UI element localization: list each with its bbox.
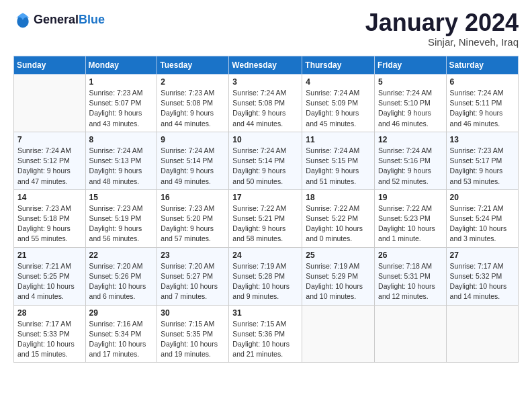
day-number: 18 — [306, 193, 371, 202]
day-number: 4 — [306, 77, 371, 87]
day-info: Sunrise: 7:24 AMSunset: 5:10 PMDaylight:… — [378, 88, 443, 129]
day-number: 13 — [450, 135, 515, 144]
day-info: Sunrise: 7:24 AMSunset: 5:14 PMDaylight:… — [232, 146, 298, 187]
calendar-cell: 21Sunrise: 7:21 AMSunset: 5:25 PMDayligh… — [14, 247, 86, 305]
day-info: Sunrise: 7:22 AMSunset: 5:23 PMDaylight:… — [378, 203, 443, 244]
day-info: Sunrise: 7:18 AMSunset: 5:31 PMDaylight:… — [378, 261, 443, 302]
day-number: 17 — [232, 193, 298, 202]
calendar-week-4: 21Sunrise: 7:21 AMSunset: 5:25 PMDayligh… — [14, 247, 519, 305]
calendar-header-wednesday: Wednesday — [229, 56, 302, 75]
day-number: 2 — [161, 77, 225, 87]
day-info: Sunrise: 7:23 AMSunset: 5:08 PMDaylight:… — [161, 88, 225, 129]
calendar-header-thursday: Thursday — [302, 56, 375, 75]
title-area: January 2024 Sinjar, Nineveh, Iraq — [365, 11, 519, 48]
logo-text: GeneralBlue — [34, 13, 105, 27]
day-number: 31 — [232, 308, 298, 318]
day-number: 22 — [89, 250, 154, 260]
calendar-cell: 13Sunrise: 7:23 AMSunset: 5:17 PMDayligh… — [446, 132, 518, 189]
calendar-cell: 30Sunrise: 7:15 AMSunset: 5:35 PMDayligh… — [157, 305, 229, 363]
day-number: 19 — [378, 193, 443, 202]
day-info: Sunrise: 7:23 AMSunset: 5:20 PMDaylight:… — [161, 203, 225, 244]
day-info: Sunrise: 7:22 AMSunset: 5:22 PMDaylight:… — [306, 203, 371, 244]
day-info: Sunrise: 7:17 AMSunset: 5:32 PMDaylight:… — [450, 261, 515, 302]
calendar-week-1: 1Sunrise: 7:23 AMSunset: 5:07 PMDaylight… — [14, 75, 519, 132]
logo-icon — [13, 11, 32, 30]
day-number: 6 — [450, 77, 515, 87]
day-number: 5 — [378, 77, 443, 87]
day-number: 14 — [17, 193, 82, 202]
calendar-cell — [302, 305, 375, 363]
day-number: 10 — [232, 135, 298, 144]
calendar-cell: 18Sunrise: 7:22 AMSunset: 5:22 PMDayligh… — [302, 189, 375, 247]
day-number: 8 — [89, 135, 154, 144]
calendar-cell: 23Sunrise: 7:20 AMSunset: 5:27 PMDayligh… — [157, 247, 229, 305]
calendar-cell: 28Sunrise: 7:17 AMSunset: 5:33 PMDayligh… — [14, 305, 86, 363]
calendar-cell: 25Sunrise: 7:19 AMSunset: 5:29 PMDayligh… — [302, 247, 375, 305]
calendar-cell: 4Sunrise: 7:24 AMSunset: 5:09 PMDaylight… — [302, 75, 375, 132]
day-number: 29 — [89, 308, 154, 318]
calendar-cell: 1Sunrise: 7:23 AMSunset: 5:07 PMDaylight… — [85, 75, 157, 132]
calendar-cell: 31Sunrise: 7:15 AMSunset: 5:36 PMDayligh… — [229, 305, 302, 363]
day-number: 11 — [306, 135, 371, 144]
day-number: 27 — [450, 250, 515, 260]
calendar-week-3: 14Sunrise: 7:23 AMSunset: 5:18 PMDayligh… — [14, 189, 519, 247]
day-number: 23 — [161, 250, 225, 260]
day-info: Sunrise: 7:24 AMSunset: 5:16 PMDaylight:… — [378, 146, 443, 187]
day-info: Sunrise: 7:23 AMSunset: 5:18 PMDaylight:… — [17, 203, 82, 244]
day-number: 26 — [378, 250, 443, 260]
day-info: Sunrise: 7:24 AMSunset: 5:12 PMDaylight:… — [17, 146, 82, 187]
day-info: Sunrise: 7:24 AMSunset: 5:15 PMDaylight:… — [306, 146, 371, 187]
month-title: January 2024 — [365, 11, 519, 35]
day-number: 16 — [161, 193, 225, 202]
day-info: Sunrise: 7:20 AMSunset: 5:26 PMDaylight:… — [89, 261, 154, 302]
day-info: Sunrise: 7:20 AMSunset: 5:27 PMDaylight:… — [161, 261, 225, 302]
calendar-cell: 22Sunrise: 7:20 AMSunset: 5:26 PMDayligh… — [85, 247, 157, 305]
calendar-cell: 3Sunrise: 7:24 AMSunset: 5:08 PMDaylight… — [229, 75, 302, 132]
day-info: Sunrise: 7:16 AMSunset: 5:34 PMDaylight:… — [89, 319, 154, 360]
day-number: 12 — [378, 135, 443, 144]
day-number: 20 — [450, 193, 515, 202]
day-info: Sunrise: 7:15 AMSunset: 5:35 PMDaylight:… — [161, 319, 225, 360]
calendar-cell: 16Sunrise: 7:23 AMSunset: 5:20 PMDayligh… — [157, 189, 229, 247]
day-info: Sunrise: 7:15 AMSunset: 5:36 PMDaylight:… — [232, 319, 298, 360]
day-info: Sunrise: 7:19 AMSunset: 5:29 PMDaylight:… — [306, 261, 371, 302]
calendar-cell: 10Sunrise: 7:24 AMSunset: 5:14 PMDayligh… — [229, 132, 302, 189]
calendar-cell: 26Sunrise: 7:18 AMSunset: 5:31 PMDayligh… — [375, 247, 447, 305]
day-info: Sunrise: 7:19 AMSunset: 5:28 PMDaylight:… — [232, 261, 298, 302]
day-info: Sunrise: 7:22 AMSunset: 5:21 PMDaylight:… — [232, 203, 298, 244]
calendar-cell: 20Sunrise: 7:21 AMSunset: 5:24 PMDayligh… — [446, 189, 518, 247]
day-info: Sunrise: 7:24 AMSunset: 5:13 PMDaylight:… — [89, 146, 154, 187]
day-number: 21 — [17, 250, 82, 260]
calendar-cell: 27Sunrise: 7:17 AMSunset: 5:32 PMDayligh… — [446, 247, 518, 305]
calendar-cell — [375, 305, 447, 363]
day-info: Sunrise: 7:21 AMSunset: 5:24 PMDaylight:… — [450, 203, 515, 244]
calendar-cell — [14, 75, 86, 132]
day-info: Sunrise: 7:23 AMSunset: 5:17 PMDaylight:… — [450, 146, 515, 187]
day-info: Sunrise: 7:21 AMSunset: 5:25 PMDaylight:… — [17, 261, 82, 302]
day-number: 28 — [17, 308, 82, 318]
day-info: Sunrise: 7:24 AMSunset: 5:14 PMDaylight:… — [161, 146, 225, 187]
calendar-table: SundayMondayTuesdayWednesdayThursdayFrid… — [13, 56, 519, 363]
calendar-cell: 19Sunrise: 7:22 AMSunset: 5:23 PMDayligh… — [375, 189, 447, 247]
calendar-header-monday: Monday — [85, 56, 157, 75]
day-number: 7 — [17, 135, 82, 144]
calendar-cell: 9Sunrise: 7:24 AMSunset: 5:14 PMDaylight… — [157, 132, 229, 189]
calendar-cell: 5Sunrise: 7:24 AMSunset: 5:10 PMDaylight… — [375, 75, 447, 132]
day-info: Sunrise: 7:23 AMSunset: 5:19 PMDaylight:… — [89, 203, 154, 244]
logo: GeneralBlue — [13, 11, 105, 30]
calendar-header-friday: Friday — [375, 56, 447, 75]
calendar-cell: 29Sunrise: 7:16 AMSunset: 5:34 PMDayligh… — [85, 305, 157, 363]
subtitle: Sinjar, Nineveh, Iraq — [365, 36, 519, 48]
calendar-cell: 14Sunrise: 7:23 AMSunset: 5:18 PMDayligh… — [14, 189, 86, 247]
day-info: Sunrise: 7:24 AMSunset: 5:09 PMDaylight:… — [306, 88, 371, 129]
day-number: 15 — [89, 193, 154, 202]
calendar-header-sunday: Sunday — [14, 56, 86, 75]
calendar-cell: 12Sunrise: 7:24 AMSunset: 5:16 PMDayligh… — [375, 132, 447, 189]
calendar-cell: 7Sunrise: 7:24 AMSunset: 5:12 PMDaylight… — [14, 132, 86, 189]
day-number: 1 — [89, 77, 154, 87]
day-info: Sunrise: 7:17 AMSunset: 5:33 PMDaylight:… — [17, 319, 82, 360]
calendar-week-2: 7Sunrise: 7:24 AMSunset: 5:12 PMDaylight… — [14, 132, 519, 189]
calendar-cell: 2Sunrise: 7:23 AMSunset: 5:08 PMDaylight… — [157, 75, 229, 132]
day-number: 24 — [232, 250, 298, 260]
page: GeneralBlue January 2024 Sinjar, Nineveh… — [0, 0, 532, 369]
